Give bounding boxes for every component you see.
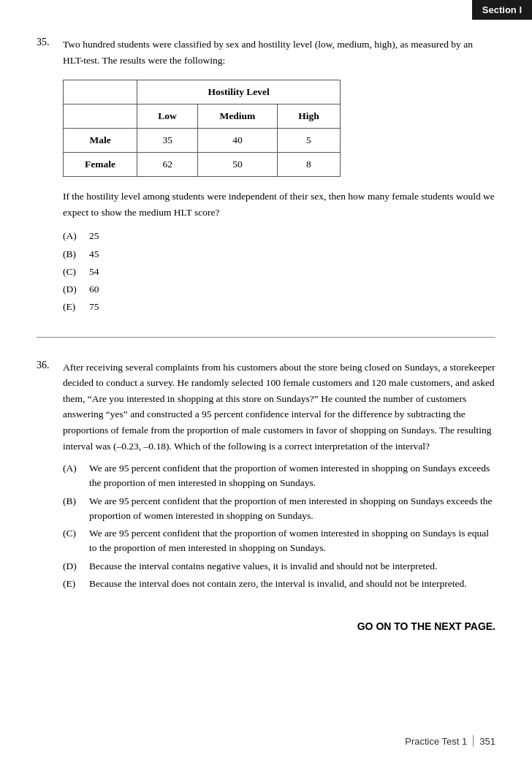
question-36: 36. After receiving several complaints f…	[37, 360, 495, 592]
male-low: 35	[137, 129, 198, 153]
q35-followup: If the hostility level among students we…	[63, 189, 495, 220]
footer-divider-icon	[473, 735, 474, 747]
q35-text: Two hundred students were classified by …	[63, 37, 495, 68]
footer-page-number: 351	[479, 736, 495, 747]
q35-choice-b-letter: (B)	[63, 247, 83, 262]
q36-choice-a-letter: (A)	[63, 461, 83, 491]
q36-choice-e-text: Because the interval does not contain ze…	[89, 577, 467, 591]
q36-text: After receiving several complaints from …	[63, 360, 495, 455]
q35-choice-b-text: 45	[89, 247, 99, 262]
q35-table: Hostility Level Low Medium High Male 35 …	[63, 80, 495, 177]
hostility-level-header: Hostility Level	[137, 80, 341, 104]
table-row-male: Male 35 40 5	[64, 129, 341, 153]
q36-choice-b-letter: (B)	[63, 494, 83, 524]
q35-choice-a-text: 25	[89, 229, 99, 243]
col-header-low: Low	[137, 104, 198, 129]
row-label-male: Male	[64, 129, 137, 153]
q35-choice-d: (D) 60	[63, 282, 495, 297]
male-high: 5	[277, 129, 340, 153]
table-row-female: Female 62 50 8	[64, 153, 341, 177]
q36-choices: (A) We are 95 percent confident that the…	[63, 461, 495, 591]
q36-choice-d-text: Because the interval contains negative v…	[89, 559, 438, 574]
male-medium: 40	[198, 129, 278, 153]
female-low: 62	[137, 153, 198, 177]
q35-choice-e-text: 75	[89, 300, 99, 314]
female-high: 8	[277, 153, 340, 177]
q36-choice-d-letter: (D)	[63, 559, 83, 574]
female-medium: 50	[198, 153, 278, 177]
q35-number: 35.	[37, 37, 57, 68]
q36-choice-b: (B) We are 95 percent confident that the…	[63, 494, 495, 524]
q35-choice-e: (E) 75	[63, 300, 495, 314]
q36-choice-c: (C) We are 95 percent confident that the…	[63, 526, 495, 556]
page-footer: Practice Test 1 351	[405, 735, 495, 747]
q35-choice-a-letter: (A)	[63, 229, 83, 243]
q36-choice-a-text: We are 95 percent confident that the pro…	[89, 461, 495, 491]
row-label-female: Female	[64, 153, 137, 177]
q36-choice-e: (E) Because the interval does not contai…	[63, 577, 495, 591]
q36-choice-c-letter: (C)	[63, 526, 83, 556]
q35-choice-c: (C) 54	[63, 265, 495, 279]
q35-choice-b: (B) 45	[63, 247, 495, 262]
q35-choice-d-text: 60	[89, 282, 99, 297]
q36-choice-b-text: We are 95 percent confident that the pro…	[89, 494, 495, 524]
section-badge: Section I	[472, 0, 532, 20]
q36-choice-a: (A) We are 95 percent confident that the…	[63, 461, 495, 491]
q35-choice-a: (A) 25	[63, 229, 495, 243]
q35-choices: (A) 25 (B) 45 (C) 54 (D) 60 (E) 75	[63, 229, 495, 314]
col-header-medium: Medium	[198, 104, 278, 129]
question-35: 35. Two hundred students were classified…	[37, 37, 495, 315]
q36-number: 36.	[37, 360, 57, 455]
footer-practice-test: Practice Test 1	[405, 736, 467, 747]
q35-choice-c-letter: (C)	[63, 265, 83, 279]
q36-choice-c-text: We are 95 percent confident that the pro…	[89, 526, 495, 556]
q35-choice-d-letter: (D)	[63, 282, 83, 297]
q36-choice-e-letter: (E)	[63, 577, 83, 591]
col-header-high: High	[277, 104, 340, 129]
q35-choice-c-text: 54	[89, 265, 99, 279]
section-divider	[37, 337, 495, 338]
q35-choice-e-letter: (E)	[63, 300, 83, 314]
q36-choice-d: (D) Because the interval contains negati…	[63, 559, 495, 574]
go-on-text: GO ON TO THE NEXT PAGE.	[37, 620, 495, 632]
